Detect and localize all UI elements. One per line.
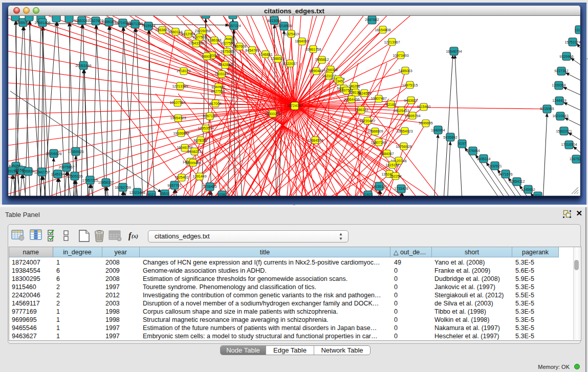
svg-text:19654923: 19654923 <box>170 116 186 120</box>
svg-text:10807487: 10807487 <box>371 97 386 100</box>
svg-text:17359926: 17359926 <box>68 150 83 154</box>
svg-text:1209358: 1209358 <box>552 83 565 87</box>
svg-text:8454749: 8454749 <box>245 49 259 52</box>
svg-text:10958107: 10958107 <box>98 181 114 184</box>
svg-text:10688609: 10688609 <box>367 129 383 133</box>
svg-text:19654923: 19654923 <box>397 129 412 133</box>
svg-text:1091449: 1091449 <box>192 174 206 178</box>
svg-text:10654112: 10654112 <box>509 180 525 183</box>
svg-text:8678352: 8678352 <box>193 139 207 142</box>
svg-text:5716485: 5716485 <box>203 185 216 188</box>
svg-text:16648794: 16648794 <box>446 50 462 53</box>
svg-text:12942757: 12942757 <box>34 170 50 174</box>
svg-text:6794028: 6794028 <box>323 68 337 72</box>
svg-text:12023448: 12023448 <box>129 191 145 194</box>
svg-text:10107554: 10107554 <box>169 101 185 104</box>
svg-text:9327503: 9327503 <box>192 35 206 39</box>
svg-text:7485003: 7485003 <box>398 69 412 73</box>
svg-text:9021: 9021 <box>147 193 156 196</box>
svg-text:5935892: 5935892 <box>443 136 457 139</box>
svg-text:19384554: 19384554 <box>307 139 323 142</box>
svg-text:8427552: 8427552 <box>211 90 225 93</box>
svg-text:1588520: 1588520 <box>271 57 285 60</box>
svg-text:2087682: 2087682 <box>365 18 379 21</box>
svg-text:17016504: 17016504 <box>561 143 577 146</box>
svg-text:12213967: 12213967 <box>384 40 400 44</box>
svg-text:23226058: 23226058 <box>194 29 210 33</box>
svg-text:1864093: 1864093 <box>295 39 309 43</box>
svg-text:9115460: 9115460 <box>417 105 431 108</box>
svg-text:20691406: 20691406 <box>34 21 50 25</box>
svg-text:924: 924 <box>535 194 541 196</box>
svg-text:18724007: 18724007 <box>287 104 302 107</box>
svg-text:8215955: 8215955 <box>540 107 554 111</box>
svg-text:7986322: 7986322 <box>354 108 368 112</box>
svg-text:9474444: 9474444 <box>466 149 480 152</box>
svg-text:20206526: 20206526 <box>46 152 61 156</box>
svg-text:10025433: 10025433 <box>393 109 409 113</box>
svg-text:9245652: 9245652 <box>521 188 535 191</box>
svg-text:15692971: 15692971 <box>556 129 572 133</box>
svg-text:18807249: 18807249 <box>371 141 386 144</box>
svg-text:10973493: 10973493 <box>393 54 408 57</box>
svg-text:15495794: 15495794 <box>404 114 420 118</box>
svg-text:8498222: 8498222 <box>187 150 201 154</box>
svg-text:9084067: 9084067 <box>380 152 394 156</box>
svg-text:8660124: 8660124 <box>168 30 182 34</box>
svg-text:11325419: 11325419 <box>284 32 299 36</box>
svg-text:9197: 9197 <box>458 142 466 145</box>
svg-text:(x): (x) <box>132 233 138 239</box>
svg-text:15751074: 15751074 <box>564 40 580 44</box>
svg-text:8471676: 8471676 <box>498 172 512 176</box>
svg-text:9329966: 9329966 <box>559 55 573 58</box>
svg-text:9227342: 9227342 <box>554 69 568 73</box>
svg-text:817004: 817004 <box>209 102 221 105</box>
svg-text:8322037: 8322037 <box>283 62 297 65</box>
svg-text:10543382: 10543382 <box>188 41 204 45</box>
svg-text:1244419: 1244419 <box>552 99 566 102</box>
svg-text:14136141: 14136141 <box>371 185 387 188</box>
svg-text:8267130: 8267130 <box>203 114 216 118</box>
svg-text:10382: 10382 <box>217 193 227 196</box>
svg-text:1640954: 1640954 <box>431 128 445 132</box>
svg-text:12353594: 12353594 <box>198 126 213 130</box>
svg-text:6466160: 6466160 <box>102 20 116 24</box>
svg-text:10756928: 10756928 <box>396 145 411 148</box>
svg-text:16782759: 16782759 <box>115 186 130 189</box>
svg-text:9242848: 9242848 <box>218 63 232 67</box>
svg-text:8813054: 8813054 <box>267 19 281 23</box>
svg-text:2718170: 2718170 <box>177 69 190 73</box>
svg-text:20053346: 20053346 <box>75 64 91 68</box>
svg-text:1167533: 1167533 <box>570 157 580 161</box>
svg-text:1145194: 1145194 <box>51 172 65 176</box>
svg-text:12213389: 12213389 <box>172 84 188 88</box>
svg-text:11174: 11174 <box>575 28 580 32</box>
svg-text:20975867: 20975867 <box>58 165 74 169</box>
svg-text:7515524: 7515524 <box>141 24 155 28</box>
svg-text:9146821: 9146821 <box>258 53 272 56</box>
svg-text:10961758: 10961758 <box>305 48 321 51</box>
svg-text:17957225: 17957225 <box>82 179 98 182</box>
svg-text:7625402: 7625402 <box>175 176 188 179</box>
svg-text:2803144: 2803144 <box>214 72 228 76</box>
svg-text:7357224: 7357224 <box>227 24 241 28</box>
svg-text:7632621: 7632621 <box>488 164 502 168</box>
svg-text:98901: 98901 <box>202 55 212 58</box>
svg-text:7955812: 7955812 <box>315 58 329 61</box>
svg-text:3875685: 3875685 <box>220 50 234 53</box>
svg-text:3624554: 3624554 <box>357 92 371 95</box>
svg-text:252254: 252254 <box>389 174 401 178</box>
svg-text:62160: 62160 <box>386 103 396 106</box>
svg-text:14055714: 14055714 <box>15 21 31 25</box>
svg-text:16046798: 16046798 <box>177 146 192 149</box>
svg-text:85531: 85531 <box>160 192 170 195</box>
svg-text:14099489: 14099489 <box>185 161 201 165</box>
svg-text:345: 345 <box>337 79 343 83</box>
svg-text:12505135: 12505135 <box>67 174 82 178</box>
svg-text:16154808: 16154808 <box>375 28 390 32</box>
svg-text:8186328: 8186328 <box>207 38 221 42</box>
svg-text:9857791: 9857791 <box>167 184 181 187</box>
svg-text:15720407: 15720407 <box>359 119 375 123</box>
svg-text:20364436: 20364436 <box>343 98 359 101</box>
svg-text:2935114: 2935114 <box>477 157 491 161</box>
